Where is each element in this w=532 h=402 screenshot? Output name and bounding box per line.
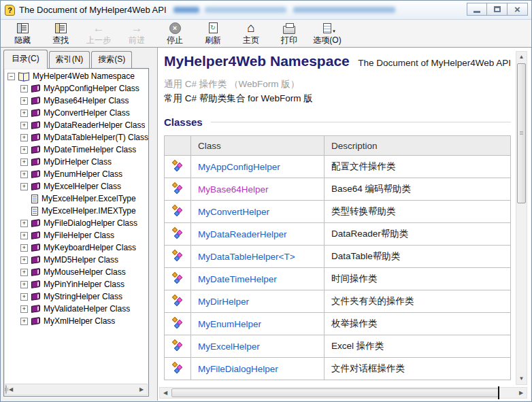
expander-icon[interactable]: +: [20, 158, 28, 166]
table-row: MyDirHelper 文件夹有关的操作类: [165, 290, 511, 313]
toolbar-button-hide[interactable]: 隐藏: [3, 22, 41, 46]
class-link[interactable]: MyAppConfigHelper: [198, 162, 280, 172]
redacted-text: [293, 7, 395, 13]
classes-section-header: Classes: [164, 116, 511, 128]
tree-item[interactable]: + MyBase64Helper Class: [4, 95, 148, 107]
tab-index[interactable]: 索引(N): [49, 51, 90, 68]
topic-content: MyHelper4Web Namespace The Document of M…: [164, 51, 511, 386]
tree-item[interactable]: + MyDataReaderHelper Class: [4, 119, 148, 131]
toolbar-button-options[interactable]: 选项(O): [308, 22, 346, 46]
expander-icon[interactable]: +: [20, 134, 28, 141]
tree-item[interactable]: + MyFileHelper Class: [4, 229, 148, 241]
tree-item[interactable]: + MyAppConfigHelper Class: [4, 82, 148, 95]
expander-icon[interactable]: +: [20, 122, 28, 129]
class-link[interactable]: MyExcelHelper: [198, 341, 260, 352]
class-link[interactable]: MyFileDialogHelper: [198, 364, 278, 374]
tree-item[interactable]: + MyFileDialogHelper Class: [4, 217, 148, 229]
expander-icon[interactable]: +: [20, 220, 28, 227]
description-column-header: Description: [325, 136, 511, 156]
tree-item[interactable]: + MyDirHelper Class: [4, 156, 148, 168]
class-link[interactable]: MyDataReaderHelper: [198, 229, 287, 239]
tab-search[interactable]: 搜索(S): [91, 51, 132, 68]
class-link[interactable]: MyDateTimeHelper: [198, 274, 277, 284]
tree-item[interactable]: + MyExcelHelper Class: [4, 180, 148, 192]
book-icon: [31, 280, 40, 288]
book-icon: [31, 170, 40, 178]
topic-horizontal-scrollbar[interactable]: ◀ ▶: [159, 387, 527, 399]
class-icon: [171, 160, 184, 171]
class-description: DataReader帮助类: [325, 223, 511, 246]
tree-item[interactable]: + MyDataTableHelper(T) Class: [4, 131, 148, 144]
book-icon: [31, 146, 40, 154]
tree-item[interactable]: + MyValidateHelper Class: [4, 303, 148, 315]
maximize-button[interactable]: [487, 3, 508, 16]
book-icon: [31, 97, 40, 105]
expander-icon[interactable]: +: [20, 318, 28, 325]
tree-item[interactable]: + MyXmlHelper Class: [4, 315, 148, 327]
class-description: Excel 操作类: [325, 335, 511, 358]
tree-item[interactable]: + MyStringHelper Class: [4, 290, 148, 303]
expander-icon[interactable]: +: [20, 146, 28, 154]
section-rule: [211, 122, 511, 122]
expander-icon[interactable]: +: [20, 183, 28, 190]
tree-item[interactable]: + MyMD5Helper Class: [4, 254, 148, 266]
class-link[interactable]: MyBase64Helper: [198, 184, 269, 195]
tree-item[interactable]: + MyPinYinHelper Class: [4, 278, 148, 290]
scrollbar-thumb[interactable]: [171, 388, 499, 397]
tree-horizontal-scrollbar[interactable]: ◀ ▶: [5, 384, 148, 395]
expander-icon[interactable]: +: [20, 293, 28, 301]
class-link[interactable]: MyDirHelper: [198, 297, 249, 307]
book-icon: [31, 84, 40, 93]
expander-icon[interactable]: +: [20, 232, 28, 239]
tree-item[interactable]: + MyConvertHelper Class: [4, 107, 148, 119]
scroll-left-arrow[interactable]: ◀: [160, 388, 171, 398]
expander-icon[interactable]: +: [20, 85, 28, 93]
expander-icon[interactable]: +: [20, 269, 28, 276]
close-button[interactable]: ×: [508, 3, 528, 16]
tree-item[interactable]: − MyHelper4Web Namespace: [4, 70, 148, 82]
toolbar-button-locate[interactable]: 查找: [41, 22, 80, 46]
sidebar-tabs: 目录(C)索引(N)搜索(S): [3, 51, 153, 68]
expander-icon[interactable]: +: [20, 171, 28, 178]
toolbar-button-stop[interactable]: × 停止: [156, 22, 194, 46]
redacted-text: [173, 7, 199, 13]
expander-icon[interactable]: +: [20, 244, 28, 252]
page-title: MyHelper4Web Namespace: [164, 51, 355, 71]
tree-item[interactable]: MyExcelHelper.ExcelType: [4, 192, 148, 205]
class-link[interactable]: MyEnumHelper: [198, 319, 261, 329]
scroll-right-arrow[interactable]: ▶: [136, 384, 147, 395]
toolbar-button-home[interactable]: ⌂ 主页: [232, 22, 270, 46]
scroll-down-arrow[interactable]: ▼: [516, 373, 527, 384]
tree-item[interactable]: + MyDateTimeHelper Class: [4, 144, 148, 156]
expander-icon[interactable]: +: [20, 110, 28, 117]
expander-icon[interactable]: +: [20, 281, 28, 288]
scrollbar-thumb[interactable]: [517, 63, 526, 203]
scrollbar-thumb[interactable]: [5, 385, 7, 394]
tree-item[interactable]: + MyKeyboardHelper Class: [4, 241, 148, 254]
book-icon: [31, 121, 40, 129]
expander-icon[interactable]: −: [7, 73, 15, 80]
tab-contents[interactable]: 目录(C): [3, 50, 48, 69]
scroll-right-arrow[interactable]: ▶: [516, 388, 527, 398]
class-column-header: Class: [191, 136, 325, 156]
title-bar[interactable]: ? The Document of MyHelper4Web API ×: [1, 1, 531, 20]
toolbar-button-back: ← 上一步: [80, 22, 118, 46]
table-row: MyAppConfigHelper 配置文件操作类: [165, 156, 511, 178]
expander-icon[interactable]: +: [20, 256, 28, 264]
expander-icon[interactable]: +: [20, 97, 28, 105]
tree-item[interactable]: + MyMouseHelper Class: [4, 266, 148, 278]
toolbar-button-print[interactable]: 打印: [270, 22, 308, 46]
class-link[interactable]: MyDataTableHelper<T>: [198, 252, 295, 262]
running-header: The Document of MyHelper4Web API: [355, 51, 512, 71]
class-link[interactable]: MyConvertHelper: [198, 207, 269, 217]
topic-vertical-scrollbar[interactable]: ▲ ▼: [516, 51, 527, 385]
window-title: The Document of MyHelper4Web API: [19, 5, 167, 15]
expander-icon[interactable]: +: [20, 305, 28, 313]
tree-item[interactable]: + MyEnumHelper Class: [4, 168, 148, 180]
minimize-button[interactable]: [467, 3, 487, 16]
tree-item[interactable]: MyExcelHelper.IMEXType: [4, 205, 148, 217]
window-controls: ×: [467, 3, 528, 16]
table-row: MyEnumHelper 枚举操作类: [165, 313, 511, 335]
scroll-up-arrow[interactable]: ▲: [516, 52, 527, 63]
toolbar-button-refresh[interactable]: ↻ 刷新: [194, 22, 232, 46]
